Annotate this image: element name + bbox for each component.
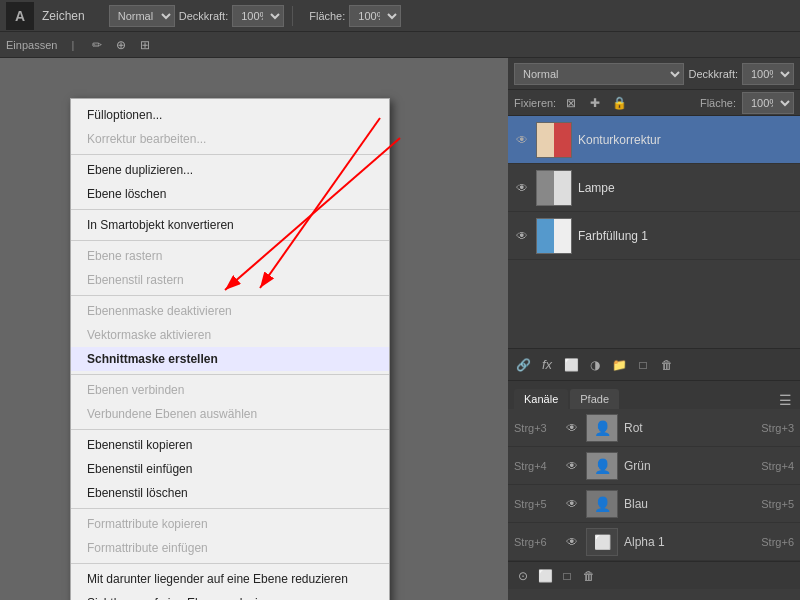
channels-menu-icon[interactable]: ☰: [776, 391, 794, 409]
layer-thumbnail: [536, 218, 572, 254]
channel-eye-icon[interactable]: 👁: [564, 420, 580, 436]
tab-pfade[interactable]: Pfade: [570, 389, 619, 409]
menu-item-ebene-rastern: Ebene rastern: [71, 244, 389, 268]
left-panel: Fülloptionen...Korrektur bearbeiten...Eb…: [0, 58, 508, 600]
menu-item-sichtbare-auf-eine-ebene-reduzieren[interactable]: Sichtbare auf eine Ebene reduzieren: [71, 591, 389, 600]
channel-left-shortcut: Strg+3: [514, 422, 558, 434]
layer-name: Farbfüllung 1: [578, 229, 794, 243]
add-mask-icon[interactable]: ⬜: [562, 356, 580, 374]
menu-divider: [71, 240, 389, 241]
flaeche-select-left[interactable]: 100%: [349, 5, 401, 27]
layer-name: Lampe: [578, 181, 794, 195]
layer-item[interactable]: 👁Lampe: [508, 164, 800, 212]
flaeche-right-select[interactable]: 100%: [742, 92, 794, 114]
channel-dotted-circle-icon[interactable]: ⊙: [514, 567, 532, 585]
channel-right-shortcut: Strg+6: [761, 536, 794, 548]
channel-thumbnail: 👤: [586, 414, 618, 442]
channels-bottom-toolbar: ⊙ ⬜ □ 🗑: [508, 561, 800, 589]
menu-item-schnittmaske-erstellen[interactable]: Schnittmaske erstellen: [71, 347, 389, 371]
eye-visibility-icon[interactable]: 👁: [514, 180, 530, 196]
channel-new-icon[interactable]: □: [558, 567, 576, 585]
layer-item[interactable]: 👁Konturkorrektur: [508, 116, 800, 164]
channels-tabs: Kanäle Pfade ☰: [508, 381, 800, 409]
channel-left-shortcut: Strg+4: [514, 460, 558, 472]
menu-item-ebenenstil-kopieren[interactable]: Ebenenstil kopieren: [71, 433, 389, 457]
channel-right-shortcut: Strg+4: [761, 460, 794, 472]
menu-item-vektormaske-aktivieren: Vektormaske aktivieren: [71, 323, 389, 347]
context-menu: Fülloptionen...Korrektur bearbeiten...Eb…: [70, 98, 390, 600]
layer-item[interactable]: 👁Farbfüllung 1: [508, 212, 800, 260]
menu-divider: [71, 295, 389, 296]
menu-item-in-smartobjekt-konvertieren[interactable]: In Smartobjekt konvertieren: [71, 213, 389, 237]
channel-name: Rot: [624, 421, 755, 435]
layers-second-toolbar: Fixieren: ⊠ ✚ 🔒 Fläche: 100%: [508, 90, 800, 116]
paint-icon[interactable]: ✏: [88, 36, 106, 54]
menu-divider: [71, 508, 389, 509]
new-group-icon[interactable]: 📁: [610, 356, 628, 374]
menu-divider: [71, 154, 389, 155]
channel-thumbnail: 👤: [586, 490, 618, 518]
flaeche-group-left: Fläche: 100%: [309, 5, 401, 27]
deckkraft-right-label: Deckkraft:: [688, 68, 738, 80]
new-layer-icon[interactable]: □: [634, 356, 652, 374]
channel-eye-icon[interactable]: 👁: [564, 458, 580, 474]
deckkraft-right-select[interactable]: 100%: [742, 63, 794, 85]
deckkraft-label-left: Deckkraft:: [179, 10, 229, 22]
lock-position-icon[interactable]: ⊠: [562, 94, 580, 112]
channel-name: Grün: [624, 459, 755, 473]
delete-layer-icon[interactable]: 🗑: [658, 356, 676, 374]
menu-item-formattribute-kopieren: Formattribute kopieren: [71, 512, 389, 536]
toolbar-sep-text: |: [71, 39, 74, 51]
fixieren-label: Fixieren:: [514, 97, 556, 109]
menu-divider: [71, 374, 389, 375]
lock-all-icon[interactable]: 🔒: [610, 94, 628, 112]
menu-divider: [71, 429, 389, 430]
clone-icon[interactable]: ⊕: [112, 36, 130, 54]
einpassen-label: Einpassen: [6, 39, 57, 51]
layers-top-toolbar: Normal Deckkraft: 100%: [508, 58, 800, 90]
menu-item-ebene-duplizieren---[interactable]: Ebene duplizieren...: [71, 158, 389, 182]
menu-item-ebenenmaske-deaktivieren: Ebenenmaske deaktivieren: [71, 299, 389, 323]
channel-left-shortcut: Strg+6: [514, 536, 558, 548]
layers-list: 👁Konturkorrektur👁Lampe👁Farbfüllung 1: [508, 116, 800, 348]
menu-item-mit-darunter-liegender-auf-eine-ebene-reduzieren[interactable]: Mit darunter liegender auf eine Ebene re…: [71, 567, 389, 591]
logo-letter: A: [15, 8, 25, 24]
layers-blend-mode[interactable]: Normal: [514, 63, 684, 85]
menu-item-ebenenstil-einf-gen[interactable]: Ebenenstil einfügen: [71, 457, 389, 481]
top-toolbar: A Zeichen Normal Deckkraft: 100% Fläche:…: [0, 0, 800, 32]
channel-left-shortcut: Strg+5: [514, 498, 558, 510]
channel-item[interactable]: Strg+6👁⬜Alpha 1Strg+6: [508, 523, 800, 561]
menu-item-ebenenstil-rastern: Ebenenstil rastern: [71, 268, 389, 292]
channel-item[interactable]: Strg+4👁👤GrünStrg+4: [508, 447, 800, 485]
menu-item-verbundene-ebenen-ausw-hlen: Verbundene Ebenen auswählen: [71, 402, 389, 426]
blend-mode-select-left[interactable]: Normal: [109, 5, 175, 27]
menu-item-korrektur-bearbeiten---: Korrektur bearbeiten...: [71, 127, 389, 151]
menu-divider: [71, 209, 389, 210]
eye-visibility-icon[interactable]: 👁: [514, 132, 530, 148]
channel-delete-icon[interactable]: 🗑: [580, 567, 598, 585]
menu-item-ebene-l-schen[interactable]: Ebene löschen: [71, 182, 389, 206]
eye-visibility-icon[interactable]: 👁: [514, 228, 530, 244]
channel-eye-icon[interactable]: 👁: [564, 534, 580, 550]
channel-name: Blau: [624, 497, 755, 511]
channel-save-icon[interactable]: ⬜: [536, 567, 554, 585]
link-layers-icon[interactable]: 🔗: [514, 356, 532, 374]
menu-item-ebenen-verbinden: Ebenen verbinden: [71, 378, 389, 402]
menu-item-ebenenstil-l-schen[interactable]: Ebenenstil löschen: [71, 481, 389, 505]
layer-style-icon[interactable]: fx: [538, 356, 556, 374]
transform-icon[interactable]: ⊞: [136, 36, 154, 54]
layers-bottom-toolbar: 🔗 fx ⬜ ◑ 📁 □ 🗑: [508, 348, 800, 380]
channel-eye-icon[interactable]: 👁: [564, 496, 580, 512]
channel-item[interactable]: Strg+3👁👤RotStrg+3: [508, 409, 800, 447]
lock-move-icon[interactable]: ✚: [586, 94, 604, 112]
adjustment-layer-icon[interactable]: ◑: [586, 356, 604, 374]
deckkraft-select-left[interactable]: 100%: [232, 5, 284, 27]
menu-item-f-lloptionen---[interactable]: Fülloptionen...: [71, 103, 389, 127]
right-panel: Normal Deckkraft: 100% Fixieren: ⊠ ✚ 🔒 F…: [508, 58, 800, 600]
app-logo: A: [6, 2, 34, 30]
channel-right-shortcut: Strg+5: [761, 498, 794, 510]
layer-thumbnail: [536, 170, 572, 206]
layer-thumbnail: [536, 122, 572, 158]
tab-kanale[interactable]: Kanäle: [514, 389, 568, 409]
channel-item[interactable]: Strg+5👁👤BlauStrg+5: [508, 485, 800, 523]
